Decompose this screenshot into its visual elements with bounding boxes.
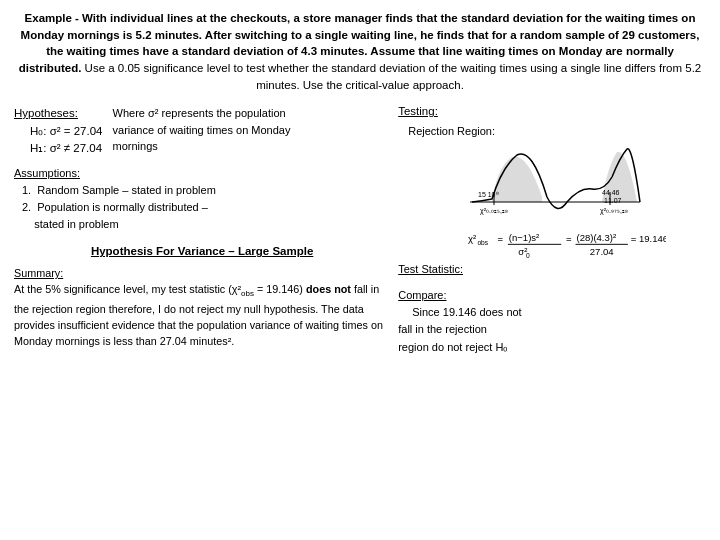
waiting-times-monday: waiting times on Monday: [21, 12, 696, 41]
svg-text:11.07: 11.07: [604, 197, 622, 204]
content-area: Hypotheses: H₀: σ² = 27.04 H₁: σ² ≠ 27.0…: [14, 105, 706, 355]
testing-label: Testing:: [398, 105, 438, 117]
intro-text: Example - With individual lines at the c…: [14, 10, 706, 93]
hypotheses-label: Hypotheses:: [14, 107, 78, 119]
svg-text:χ²₀.₀₂₅,₂₈: χ²₀.₀₂₅,₂₈: [480, 207, 508, 215]
assumptions-label: Assumptions:: [14, 167, 80, 179]
rejection-region-chart: χ²₀.₀₂₅,₂₈ χ²₀.₉₇₅,₂₈ 15 10⁸ 44.46 11.07: [462, 137, 642, 217]
svg-text:(28)(4.3)²: (28)(4.3)²: [577, 232, 617, 243]
svg-text:(n−1)s²: (n−1)s²: [509, 232, 539, 243]
summary-label: Summary:: [14, 267, 63, 279]
assumption-2: 2. Population is normally distributed – …: [22, 199, 390, 233]
assumptions-box: Assumptions: 1. Random Sample – stated i…: [14, 165, 390, 233]
svg-text:obs: obs: [477, 240, 488, 247]
rejection-region-box: Rejection Region: χ²₀.₀₂₅,₂₈ χ: [398, 125, 706, 217]
svg-text:χ²: χ²: [468, 234, 476, 245]
compare-label: Compare:: [398, 289, 446, 301]
test-statistic-box: Test Statistic: χ² obs = (n−1)s² σ² 0 =: [398, 227, 706, 275]
svg-text:χ²₀.₉₇₅,₂₈: χ²₀.₉₇₅,₂₈: [600, 207, 628, 215]
svg-text:=: =: [497, 234, 503, 245]
rejection-region-label: Rejection Region:: [408, 125, 495, 137]
hypotheses-where-row: Hypotheses: H₀: σ² = 27.04 H₁: σ² ≠ 27.0…: [14, 105, 390, 157]
svg-text:0: 0: [526, 252, 530, 259]
assumption-1: 1. Random Sample – stated in problem: [22, 182, 390, 199]
compare-box: Compare: Since 19.146 does notfall in th…: [398, 287, 706, 355]
hypotheses-box: Hypotheses: H₀: σ² = 27.04 H₁: σ² ≠ 27.0…: [14, 105, 103, 157]
svg-text:27.04: 27.04: [590, 246, 615, 257]
waiting-times-monday-where: waiting times on Monday: [169, 124, 290, 136]
hyp-variance-title: Hypothesis For Variance – Large Sample: [14, 245, 390, 257]
ha-line: H₁: σ² ≠ 27.04: [30, 140, 103, 157]
summary-box: Summary: At the 5% significance level, m…: [14, 265, 390, 349]
svg-text:= 19.146: = 19.146: [631, 234, 666, 245]
svg-text:=: =: [566, 234, 572, 245]
page: Example - With individual lines at the c…: [0, 0, 720, 540]
right-column: Testing: Rejection Region: χ²₀.₀: [398, 105, 706, 355]
stated-problem-1: stated in problem: [131, 184, 215, 196]
compare-text: Since 19.146 does notfall in the rejecti…: [398, 306, 521, 352]
svg-text:44.46: 44.46: [602, 189, 620, 196]
test-statistic-formula: χ² obs = (n−1)s² σ² 0 = (28)(4.3)²: [466, 229, 666, 273]
test-statistic-label: Test Statistic:: [398, 263, 463, 275]
where-box: Where σ² represents the population varia…: [113, 105, 298, 155]
testing-box: Testing:: [398, 105, 706, 117]
svg-text:15 10⁸: 15 10⁸: [478, 191, 499, 198]
h0-line: H₀: σ² = 27.04: [30, 123, 103, 140]
where-label: Where: [113, 107, 145, 119]
stated-problem-2: stated in problem: [34, 218, 118, 230]
left-column: Hypotheses: H₀: σ² = 27.04 H₁: σ² ≠ 27.0…: [14, 105, 390, 355]
